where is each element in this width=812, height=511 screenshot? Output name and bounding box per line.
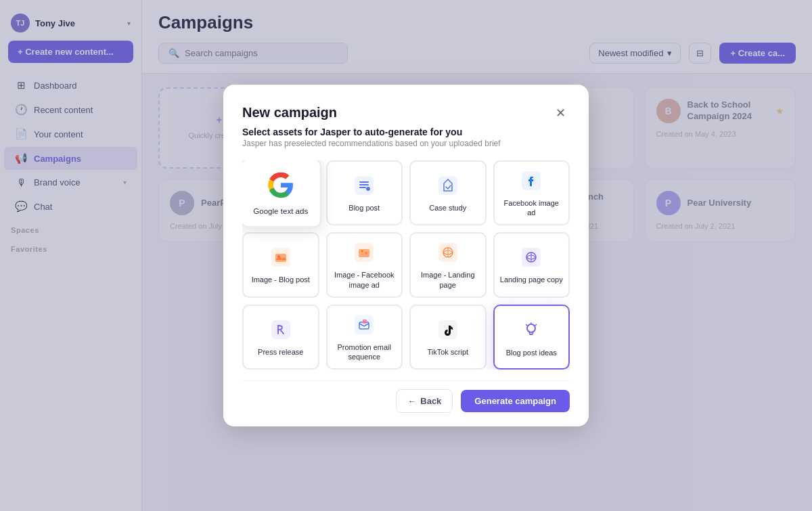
svg-point-4 — [366, 187, 370, 191]
svg-line-28 — [535, 324, 537, 326]
google-icon — [268, 172, 294, 200]
image-blog-icon — [271, 248, 290, 269]
image-landing-icon — [438, 243, 457, 265]
asset-label: Image - Landing page — [416, 270, 480, 290]
modal-overlay[interactable]: New campaign ✕ Select assets for Jasper … — [0, 0, 812, 511]
asset-image-blog-post[interactable]: Image - Blog post — [242, 232, 319, 298]
asset-tiktok-script[interactable]: TikTok script — [409, 305, 487, 370]
assets-grid: Google text ads Blog post — [242, 160, 570, 370]
asset-image-landing[interactable]: Image - Landing page — [409, 232, 487, 298]
facebook-icon — [522, 171, 541, 193]
modal-select-desc: Jasper has preselected recommendations b… — [242, 139, 570, 148]
svg-rect-2 — [359, 184, 369, 185]
generate-campaign-button[interactable]: Generate campaign — [461, 390, 570, 412]
asset-label: Blog post ideas — [506, 348, 557, 357]
svg-point-12 — [361, 250, 363, 252]
modal-header: New campaign ✕ — [242, 104, 570, 123]
image-facebook-icon — [355, 243, 374, 265]
blog-ideas-icon — [521, 319, 541, 342]
svg-point-25 — [527, 324, 535, 332]
asset-case-study[interactable]: Case study — [409, 160, 487, 226]
landing-copy-icon — [522, 248, 541, 269]
asset-label: Google text ads — [253, 206, 308, 217]
asset-label: Blog post — [348, 203, 380, 213]
blog-post-icon — [355, 176, 374, 198]
asset-label: Facebook image ad — [500, 198, 564, 218]
svg-rect-21 — [355, 315, 374, 334]
modal-title: New campaign — [242, 105, 337, 120]
back-button[interactable]: ← Back — [396, 389, 453, 413]
asset-label: Landing page copy — [500, 275, 563, 284]
asset-label: Promotion email sequence — [333, 342, 397, 362]
svg-rect-24 — [438, 320, 457, 339]
asset-facebook-image-ad[interactable]: Facebook image ad — [493, 160, 570, 226]
asset-image-facebook[interactable]: Image - Facebook image ad — [326, 232, 403, 298]
asset-landing-page-copy[interactable]: Landing page copy — [493, 232, 570, 298]
svg-rect-3 — [359, 187, 366, 188]
asset-press-release[interactable]: Press release — [242, 305, 319, 370]
asset-blog-post-ideas[interactable]: Blog post ideas — [493, 305, 570, 370]
asset-label: Image - Blog post — [252, 275, 310, 284]
asset-google-text-ads[interactable]: Google text ads — [242, 160, 321, 227]
back-label: Back — [420, 396, 441, 406]
case-study-icon — [438, 176, 457, 198]
asset-label: Case study — [429, 203, 466, 213]
modal-select-title: Select assets for Jasper to auto-generat… — [242, 127, 570, 137]
arrow-left-icon: ← — [407, 396, 416, 406]
svg-rect-1 — [359, 181, 369, 183]
modal-close-button[interactable]: ✕ — [551, 104, 570, 123]
svg-line-29 — [526, 324, 528, 326]
modal-footer: ← Back Generate campaign — [242, 380, 570, 413]
press-release-icon — [271, 320, 290, 342]
svg-rect-11 — [359, 249, 369, 257]
new-campaign-modal: New campaign ✕ Select assets for Jasper … — [223, 85, 589, 427]
promotion-email-icon — [355, 315, 374, 337]
svg-point-13 — [365, 252, 367, 254]
asset-blog-post[interactable]: Blog post — [326, 160, 403, 226]
asset-label: TikTok script — [427, 347, 468, 357]
asset-label: Image - Facebook image ad — [333, 270, 397, 290]
tiktok-icon — [438, 320, 457, 342]
asset-label: Press release — [258, 347, 303, 357]
asset-promotion-email[interactable]: Promotion email sequence — [326, 305, 403, 370]
